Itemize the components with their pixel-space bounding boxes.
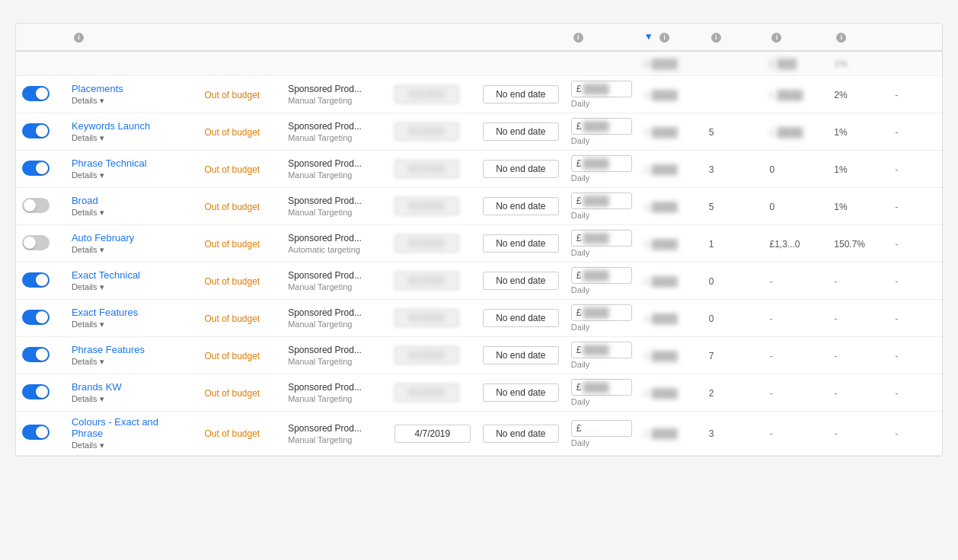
end-date-input[interactable]: No end date <box>483 425 559 443</box>
details-link[interactable]: Details ▾ <box>72 170 193 180</box>
actions-cell: - <box>889 113 942 151</box>
details-link[interactable]: Details ▾ <box>72 133 193 143</box>
orders-value: 0 <box>709 276 714 287</box>
col-type <box>282 24 388 51</box>
acos-cell: 1% <box>828 188 889 225</box>
actions-value[interactable]: - <box>895 387 898 399</box>
actions-value[interactable]: - <box>895 126 898 138</box>
end-date-input[interactable]: No end date <box>483 383 559 402</box>
sales-info-icon[interactable]: i <box>771 33 781 43</box>
details-link[interactable]: Details ▾ <box>72 96 193 106</box>
sales-cell: 0 <box>763 188 828 225</box>
details-link[interactable]: Details ▾ <box>72 320 193 329</box>
end-date-input[interactable]: No end date <box>483 309 559 327</box>
actions-value[interactable]: - <box>895 275 898 287</box>
end-date-input[interactable]: No end date <box>483 123 559 141</box>
budget-info-icon[interactable]: i <box>573 33 583 43</box>
campaign-name-link[interactable]: Keywords Launch <box>72 120 193 132</box>
type-cell: Sponsored Prod... Manual Targeting <box>282 262 388 300</box>
campaign-name-link[interactable]: Phrase Technical <box>72 158 193 169</box>
campaign-name-link[interactable]: Auto February <box>72 232 193 243</box>
table-row: Phrase Technical Details ▾ Out of budget… <box>16 151 942 188</box>
acos-info-icon[interactable]: i <box>836 33 846 43</box>
active-toggle[interactable] <box>22 272 49 288</box>
start-date-input[interactable]: 4/7/2019 <box>394 425 471 443</box>
campaign-name-link[interactable]: Phrase Features <box>72 344 193 355</box>
active-toggle[interactable] <box>22 198 49 213</box>
status-badge: Out of budget <box>204 164 260 175</box>
active-toggle[interactable] <box>22 235 49 250</box>
spend-value: £ ████ <box>644 202 678 212</box>
active-cell <box>16 374 65 412</box>
end-date-input[interactable]: No end date <box>483 346 559 364</box>
start-date-blurred: 6/1/2018 <box>394 160 459 178</box>
end-date-input[interactable]: No end date <box>483 234 559 253</box>
active-toggle[interactable] <box>22 347 49 362</box>
end-date-cell: No end date <box>477 225 565 262</box>
actions-value[interactable]: - <box>895 313 898 324</box>
actions-value[interactable]: - <box>895 350 898 361</box>
details-link[interactable]: Details ▾ <box>72 394 193 404</box>
active-toggle[interactable] <box>22 161 49 176</box>
campaign-name-link[interactable]: Placements <box>72 83 193 94</box>
end-date-input[interactable]: No end date <box>483 197 559 215</box>
actions-cell: - <box>889 337 942 374</box>
details-link[interactable]: Details ▾ <box>72 357 193 367</box>
details-link[interactable]: Details ▾ <box>72 441 193 450</box>
active-toggle[interactable] <box>22 310 49 325</box>
campaign-cell: Keywords Launch Details ▾ <box>65 113 199 151</box>
type-sub: Manual Targeting <box>288 320 382 329</box>
campaigns-info-icon[interactable]: i <box>74 33 84 43</box>
orders-cell <box>703 76 764 113</box>
active-toggle[interactable] <box>22 425 49 440</box>
orders-info-icon[interactable]: i <box>711 33 721 43</box>
actions-value[interactable]: - <box>895 201 898 212</box>
status-badge: Out of budget <box>204 388 260 399</box>
actions-cell: - <box>889 151 942 188</box>
campaign-name-link[interactable]: Broad <box>72 195 193 206</box>
campaign-name-link[interactable]: Exact Features <box>72 307 193 318</box>
spend-info-icon[interactable]: i <box>659 33 669 43</box>
spend-cell: £ ████ <box>638 225 703 262</box>
budget-input[interactable]: £ ████ <box>571 155 632 172</box>
daily-label: Daily <box>571 285 632 294</box>
active-toggle[interactable] <box>22 384 49 399</box>
campaign-name-link[interactable]: Brands KW <box>72 381 193 393</box>
actions-value[interactable]: - <box>895 164 898 175</box>
type-sub: Manual Targeting <box>288 282 382 291</box>
end-date-input[interactable]: No end date <box>483 85 559 103</box>
budget-input[interactable]: £ ████ <box>571 81 632 97</box>
budget-input[interactable]: £ ...... <box>571 420 632 437</box>
budget-input[interactable]: £ ████ <box>571 379 632 396</box>
orders-cell: 3 <box>703 151 764 188</box>
details-link[interactable]: Details ▾ <box>72 245 193 255</box>
sales-cell: - <box>763 262 828 300</box>
spend-cell: £ ████ <box>638 337 703 374</box>
daily-label: Daily <box>571 397 632 406</box>
actions-value[interactable]: - <box>895 238 898 250</box>
budget-input[interactable]: £ ████ <box>571 267 632 284</box>
status-cell: Out of budget <box>198 412 282 456</box>
end-date-input[interactable]: No end date <box>483 160 559 178</box>
details-link[interactable]: Details ▾ <box>72 282 193 292</box>
budget-input[interactable]: £ ████ <box>571 342 632 358</box>
budget-input[interactable]: £ ████ <box>571 304 632 321</box>
sales-value: £1,3...0 <box>769 239 800 250</box>
budget-input[interactable]: £ ████ <box>571 192 632 209</box>
actions-value[interactable]: - <box>895 428 898 439</box>
start-date-blurred: 6/1/2018 <box>394 197 459 215</box>
acos-value: 150.7% <box>834 239 865 250</box>
details-link[interactable]: Details ▾ <box>72 208 193 218</box>
budget-input[interactable]: £ ████ <box>571 230 632 247</box>
active-toggle[interactable] <box>22 123 49 138</box>
end-date-input[interactable]: No end date <box>483 272 559 290</box>
status-cell: Out of budget <box>198 300 282 337</box>
campaign-name-link[interactable]: Colours - Exact and Phrase <box>72 416 193 439</box>
budget-value: ████ <box>583 158 627 169</box>
active-toggle[interactable] <box>22 86 49 101</box>
budget-input[interactable]: £ ████ <box>571 118 632 135</box>
actions-value[interactable]: - <box>895 89 898 100</box>
budget-prefix: £ <box>576 121 582 132</box>
spend-sort-icon[interactable]: ▼ <box>644 31 653 42</box>
campaign-name-link[interactable]: Exact Technical <box>72 269 193 281</box>
